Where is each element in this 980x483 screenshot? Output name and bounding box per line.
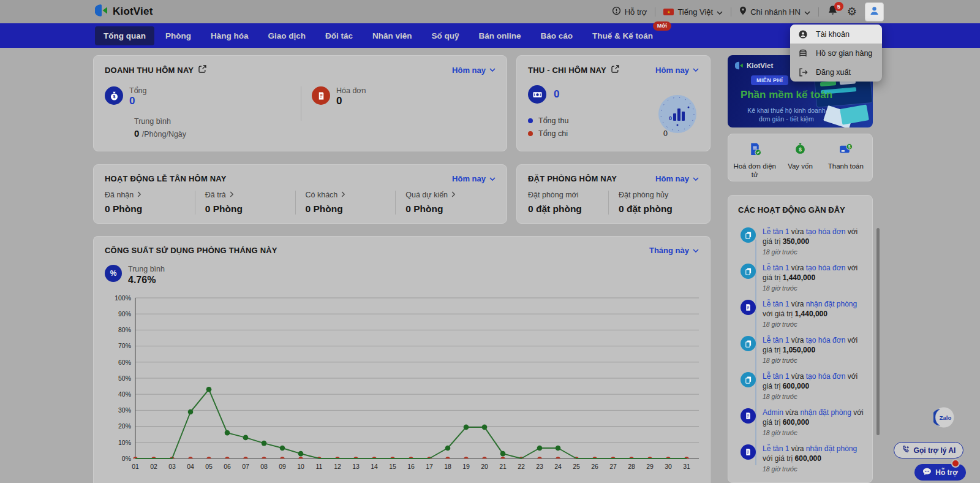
brand[interactable]: KiotViet [95, 0, 153, 23]
svg-text:05: 05 [205, 463, 213, 470]
nav-tab-hang-hoa[interactable]: Hàng hóa [202, 26, 257, 45]
activity-actor-link[interactable]: Lễ tân 1 [763, 227, 789, 236]
revenue-invoice-value: 0 [336, 95, 366, 107]
stat-value: 0 Phòng [205, 203, 295, 215]
booking-activity-icon [741, 300, 756, 315]
chevron-down-icon [489, 177, 496, 181]
quick-link-label: Hoá đơn điện tử [733, 162, 777, 179]
nav-tab-nhan-vien[interactable]: Nhân viên [364, 26, 421, 45]
revenue-total-value: 0 [129, 95, 147, 107]
external-link-icon[interactable] [198, 65, 206, 75]
chevron-down-icon [693, 249, 699, 253]
activity-actor-link[interactable]: Lễ tân 1 [763, 336, 789, 344]
svg-text:10: 10 [297, 463, 304, 470]
branch-selector[interactable]: Chi nhánh HN [739, 6, 810, 17]
help-button[interactable]: Hỗ trợ [612, 6, 647, 17]
stat-label-link[interactable]: Đã trả [205, 191, 295, 199]
invoice-activity-icon [741, 336, 756, 351]
reception-period-selector[interactable]: Hôm nay [452, 174, 496, 183]
notifications-button[interactable]: 5 [827, 6, 839, 18]
language-selector[interactable]: ★ Tiếng Việt [663, 7, 723, 17]
chevron-right-icon [137, 191, 141, 199]
svg-text:50%: 50% [118, 375, 131, 382]
nav-tab-phong[interactable]: Phòng [157, 26, 200, 45]
activity-time: 18 giờ trước [763, 284, 867, 292]
activity-text: Lễ tân 1 vừa nhận đặt phòng với giá trị … [763, 444, 867, 463]
kiotviet-dashboard: KiotViet Hỗ trợ ★ Tiếng Việt Chi nhánh H… [0, 0, 980, 483]
stat-label-link[interactable]: Quá dự kiến [405, 191, 496, 199]
svg-text:Zalo: Zalo [940, 414, 952, 421]
zalo-button[interactable]: Zalo [933, 407, 954, 430]
activity-time: 18 giờ trước [763, 465, 867, 473]
nav-tab-ban-online[interactable]: Bán online [470, 26, 530, 45]
banknote-icon [528, 85, 546, 104]
nav-tab-label: Hàng hóa [211, 31, 249, 40]
svg-text:0: 0 [669, 115, 672, 121]
revenue-average-unit: /Phòng/Ngày [142, 130, 186, 139]
svg-text:27: 27 [609, 463, 617, 470]
quick-links-card: Hoá đơn điện tử$Vay vốn$Thanh toán [728, 134, 873, 181]
quick-link-vay-von[interactable]: $Vay vốn [778, 142, 822, 171]
activity-actor-link[interactable]: Lễ tân 1 [763, 372, 789, 381]
activity-action-link[interactable]: tạo hóa đơn [806, 372, 846, 381]
nav-tab-tong-quan[interactable]: Tổng quan [95, 26, 154, 45]
svg-text:60%: 60% [118, 359, 131, 366]
nav-tab-so-quy[interactable]: Sổ quỹ [423, 26, 468, 45]
external-link-icon[interactable] [611, 65, 619, 75]
activity-actor-link[interactable]: Lễ tân 1 [763, 264, 789, 272]
user-menu-item-ang-xuat[interactable]: Đăng xuất [790, 63, 882, 82]
cashflow-period-selector[interactable]: Hôm nay [655, 66, 699, 75]
stat-label: Đã nhận [105, 191, 134, 199]
user-menu-item-tai-khoan[interactable]: Tài khoản [790, 25, 882, 44]
activity-actor-link[interactable]: Admin [763, 408, 783, 417]
svg-text:17: 17 [426, 463, 433, 470]
ai-call-button[interactable]: Gọi trợ lý AI [894, 442, 963, 458]
nav-tab-oi-tac[interactable]: Đối tác [317, 26, 361, 45]
activities-title: CÁC HOẠT ĐỘNG GẦN ĐÂY [728, 196, 872, 215]
nav-tab-thue-ke-toan[interactable]: Thuế & Kế toánMới [584, 26, 662, 45]
activity-action-link[interactable]: tạo hóa đơn [806, 336, 846, 344]
quick-link-hoa-on-ien-tu[interactable]: Hoá đơn điện tử [733, 142, 777, 179]
cashflow-row-label: Tổng thu [538, 116, 663, 125]
svg-text:$: $ [799, 146, 802, 153]
cashflow-row-tong-thu: Tổng thu0 [528, 116, 668, 125]
activity-action-link[interactable]: nhận đặt phòng [806, 444, 857, 453]
activity-action-link[interactable]: tạo hóa đơn [806, 227, 846, 236]
booking-card: ĐẶT PHÒNG HÔM NAY Hôm nay Đặt phòng mới0… [516, 164, 710, 224]
scrollbar-thumb[interactable] [876, 228, 880, 435]
activity-amount: 350,000 [783, 237, 809, 246]
svg-text:11: 11 [316, 463, 323, 470]
activity-action-link[interactable]: nhận đặt phòng [800, 408, 851, 417]
chevron-right-icon [230, 191, 234, 199]
settings-button[interactable]: ⚙ [847, 6, 857, 17]
stat-label: Đặt phòng mới [528, 191, 579, 199]
nav-tab-label: Thuế & Kế toán [592, 31, 653, 40]
revenue-period-selector[interactable]: Hôm nay [452, 66, 496, 75]
svg-text:06: 06 [224, 463, 231, 470]
svg-text:19: 19 [462, 463, 470, 470]
user-menu-item-ho-so-gian-hang[interactable]: Hồ sơ gian hàng [790, 44, 882, 63]
legend-dot [528, 118, 533, 123]
svg-text:0%: 0% [122, 455, 131, 462]
stat-label-link[interactable]: Đã nhận [105, 191, 195, 199]
revenue-invoice-label: Hóa đơn [336, 86, 366, 95]
einvoice-icon [747, 142, 763, 159]
activities-card: CÁC HOẠT ĐỘNG GẦN ĐÂY Lễ tân 1 vừa tạo h… [728, 195, 873, 483]
nav-tab-giao-dich[interactable]: Giao dịch [260, 26, 315, 45]
svg-text:10%: 10% [118, 439, 131, 446]
chevron-down-icon [804, 7, 810, 17]
stat-label-link[interactable]: Có khách [306, 191, 396, 199]
activity-actor-link[interactable]: Lễ tân 1 [763, 300, 789, 308]
nav-tab-bao-cao[interactable]: Báo cáo [532, 26, 582, 45]
quick-link-thanh-toan[interactable]: $Thanh toán [824, 142, 868, 171]
activity-actor-link[interactable]: Lễ tân 1 [763, 444, 789, 453]
occupancy-period-selector[interactable]: Tháng này [649, 246, 699, 255]
svg-text:$: $ [113, 94, 115, 99]
booking-period-selector[interactable]: Hôm nay [655, 174, 699, 183]
chevron-down-icon [489, 68, 496, 72]
activity-action-link[interactable]: nhận đặt phòng [806, 300, 857, 308]
svg-text:80%: 80% [118, 326, 131, 333]
user-menu-item-label: Đăng xuất [816, 68, 851, 77]
activity-action-link[interactable]: tạo hóa đơn [806, 264, 846, 272]
user-button[interactable] [865, 2, 884, 21]
